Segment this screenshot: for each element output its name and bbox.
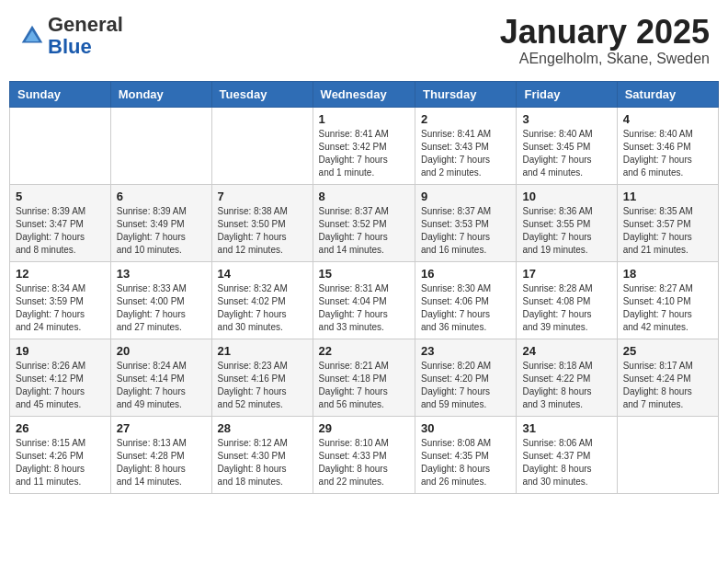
day-info: Sunrise: 8:36 AM Sunset: 3:55 PM Dayligh… [522, 205, 610, 257]
day-info: Sunrise: 8:17 AM Sunset: 4:24 PM Dayligh… [623, 360, 712, 411]
day-number: 18 [623, 267, 712, 281]
day-info: Sunrise: 8:12 AM Sunset: 4:30 PM Dayligh… [218, 437, 307, 488]
day-info: Sunrise: 8:40 AM Sunset: 3:45 PM Dayligh… [522, 128, 610, 179]
day-number: 13 [117, 267, 206, 281]
day-info: Sunrise: 8:06 AM Sunset: 4:37 PM Dayligh… [522, 437, 610, 488]
calendar-cell [10, 107, 111, 184]
day-number: 29 [319, 421, 409, 435]
day-number: 27 [117, 421, 206, 435]
day-number: 31 [522, 421, 610, 435]
calendar-cell: 17Sunrise: 8:28 AM Sunset: 4:08 PM Dayli… [517, 261, 617, 339]
day-info: Sunrise: 8:30 AM Sunset: 4:06 PM Dayligh… [421, 282, 510, 334]
title-block: January 2025 AEngelholm, Skane, Sweden [500, 14, 710, 67]
day-number: 24 [522, 344, 610, 358]
day-info: Sunrise: 8:26 AM Sunset: 4:12 PM Dayligh… [16, 360, 105, 411]
calendar-cell [110, 107, 211, 184]
header-monday: Monday [110, 81, 211, 107]
calendar-header-row: SundayMondayTuesdayWednesdayThursdayFrid… [10, 81, 719, 107]
day-number: 30 [421, 421, 510, 435]
header-friday: Friday [517, 81, 617, 107]
calendar-cell: 16Sunrise: 8:30 AM Sunset: 4:06 PM Dayli… [415, 261, 517, 339]
header-wednesday: Wednesday [313, 81, 415, 107]
day-info: Sunrise: 8:08 AM Sunset: 4:35 PM Dayligh… [421, 437, 510, 488]
day-number: 28 [218, 421, 307, 435]
day-number: 10 [522, 190, 610, 203]
day-info: Sunrise: 8:27 AM Sunset: 4:10 PM Dayligh… [623, 282, 712, 334]
day-info: Sunrise: 8:32 AM Sunset: 4:02 PM Dayligh… [218, 282, 307, 334]
calendar-cell: 4Sunrise: 8:40 AM Sunset: 3:46 PM Daylig… [617, 107, 718, 184]
calendar-cell: 1Sunrise: 8:41 AM Sunset: 3:42 PM Daylig… [313, 107, 415, 184]
calendar-week-4: 19Sunrise: 8:26 AM Sunset: 4:12 PM Dayli… [10, 339, 719, 416]
day-info: Sunrise: 8:21 AM Sunset: 4:18 PM Dayligh… [319, 360, 409, 411]
day-info: Sunrise: 8:15 AM Sunset: 4:26 PM Dayligh… [16, 437, 105, 488]
day-number: 15 [319, 267, 409, 281]
calendar-cell: 13Sunrise: 8:33 AM Sunset: 4:00 PM Dayli… [110, 261, 211, 339]
calendar-cell: 14Sunrise: 8:32 AM Sunset: 4:02 PM Dayli… [211, 261, 313, 339]
day-info: Sunrise: 8:13 AM Sunset: 4:28 PM Dayligh… [117, 437, 206, 488]
day-info: Sunrise: 8:34 AM Sunset: 3:59 PM Dayligh… [16, 282, 105, 334]
day-info: Sunrise: 8:18 AM Sunset: 4:22 PM Dayligh… [522, 360, 610, 411]
day-info: Sunrise: 8:31 AM Sunset: 4:04 PM Dayligh… [319, 282, 409, 334]
calendar-cell: 5Sunrise: 8:39 AM Sunset: 3:47 PM Daylig… [10, 184, 111, 261]
calendar-cell: 30Sunrise: 8:08 AM Sunset: 4:35 PM Dayli… [415, 416, 517, 493]
location-title: AEngelholm, Skane, Sweden [500, 51, 710, 67]
day-info: Sunrise: 8:40 AM Sunset: 3:46 PM Dayligh… [623, 128, 712, 179]
header-sunday: Sunday [10, 81, 111, 107]
day-number: 3 [522, 112, 610, 126]
calendar-cell: 9Sunrise: 8:37 AM Sunset: 3:53 PM Daylig… [415, 184, 517, 261]
day-info: Sunrise: 8:39 AM Sunset: 3:49 PM Dayligh… [117, 205, 206, 257]
calendar-week-3: 12Sunrise: 8:34 AM Sunset: 3:59 PM Dayli… [10, 261, 719, 339]
day-info: Sunrise: 8:41 AM Sunset: 3:43 PM Dayligh… [421, 128, 510, 179]
calendar-cell: 25Sunrise: 8:17 AM Sunset: 4:24 PM Dayli… [617, 339, 718, 416]
logo-icon [18, 22, 46, 50]
calendar-cell: 6Sunrise: 8:39 AM Sunset: 3:49 PM Daylig… [110, 184, 211, 261]
calendar-week-1: 1Sunrise: 8:41 AM Sunset: 3:42 PM Daylig… [10, 107, 719, 184]
day-number: 16 [421, 267, 510, 281]
day-info: Sunrise: 8:28 AM Sunset: 4:08 PM Dayligh… [522, 282, 610, 334]
day-info: Sunrise: 8:37 AM Sunset: 3:53 PM Dayligh… [421, 205, 510, 257]
day-number: 4 [623, 112, 712, 126]
day-number: 8 [319, 190, 409, 203]
day-number: 7 [218, 190, 307, 203]
calendar-cell: 22Sunrise: 8:21 AM Sunset: 4:18 PM Dayli… [313, 339, 415, 416]
month-title: January 2025 [500, 14, 710, 51]
calendar-cell: 10Sunrise: 8:36 AM Sunset: 3:55 PM Dayli… [517, 184, 617, 261]
day-info: Sunrise: 8:10 AM Sunset: 4:33 PM Dayligh… [319, 437, 409, 488]
calendar-week-2: 5Sunrise: 8:39 AM Sunset: 3:47 PM Daylig… [10, 184, 719, 261]
calendar-cell: 20Sunrise: 8:24 AM Sunset: 4:14 PM Dayli… [110, 339, 211, 416]
day-number: 23 [421, 344, 510, 358]
day-info: Sunrise: 8:38 AM Sunset: 3:50 PM Dayligh… [218, 205, 307, 257]
day-number: 25 [623, 344, 712, 358]
calendar-cell: 2Sunrise: 8:41 AM Sunset: 3:43 PM Daylig… [415, 107, 517, 184]
page-header: General Blue January 2025 AEngelholm, Sk… [9, 9, 719, 72]
calendar-cell: 7Sunrise: 8:38 AM Sunset: 3:50 PM Daylig… [211, 184, 313, 261]
day-info: Sunrise: 8:33 AM Sunset: 4:00 PM Dayligh… [117, 282, 206, 334]
calendar-cell: 27Sunrise: 8:13 AM Sunset: 4:28 PM Dayli… [110, 416, 211, 493]
calendar-cell: 21Sunrise: 8:23 AM Sunset: 4:16 PM Dayli… [211, 339, 313, 416]
calendar-cell: 19Sunrise: 8:26 AM Sunset: 4:12 PM Dayli… [10, 339, 111, 416]
calendar-week-5: 26Sunrise: 8:15 AM Sunset: 4:26 PM Dayli… [10, 416, 719, 493]
day-info: Sunrise: 8:37 AM Sunset: 3:52 PM Dayligh… [319, 205, 409, 257]
calendar-cell: 12Sunrise: 8:34 AM Sunset: 3:59 PM Dayli… [10, 261, 111, 339]
calendar-cell: 29Sunrise: 8:10 AM Sunset: 4:33 PM Dayli… [313, 416, 415, 493]
calendar-cell: 31Sunrise: 8:06 AM Sunset: 4:37 PM Dayli… [517, 416, 617, 493]
day-number: 9 [421, 190, 510, 203]
header-thursday: Thursday [415, 81, 517, 107]
calendar-table: SundayMondayTuesdayWednesdayThursdayFrid… [9, 81, 719, 494]
calendar-cell: 15Sunrise: 8:31 AM Sunset: 4:04 PM Dayli… [313, 261, 415, 339]
day-number: 20 [117, 344, 206, 358]
logo-general-text: General [48, 13, 123, 36]
day-number: 6 [117, 190, 206, 203]
day-info: Sunrise: 8:20 AM Sunset: 4:20 PM Dayligh… [421, 360, 510, 411]
calendar-cell [617, 416, 718, 493]
calendar-cell: 18Sunrise: 8:27 AM Sunset: 4:10 PM Dayli… [617, 261, 718, 339]
day-info: Sunrise: 8:39 AM Sunset: 3:47 PM Dayligh… [16, 205, 105, 257]
calendar-cell: 24Sunrise: 8:18 AM Sunset: 4:22 PM Dayli… [517, 339, 617, 416]
day-number: 21 [218, 344, 307, 358]
calendar-cell: 8Sunrise: 8:37 AM Sunset: 3:52 PM Daylig… [313, 184, 415, 261]
day-number: 11 [623, 190, 712, 203]
day-info: Sunrise: 8:41 AM Sunset: 3:42 PM Dayligh… [319, 128, 409, 179]
calendar-cell [211, 107, 313, 184]
logo-blue-text: Blue [48, 35, 92, 58]
calendar-cell: 23Sunrise: 8:20 AM Sunset: 4:20 PM Dayli… [415, 339, 517, 416]
